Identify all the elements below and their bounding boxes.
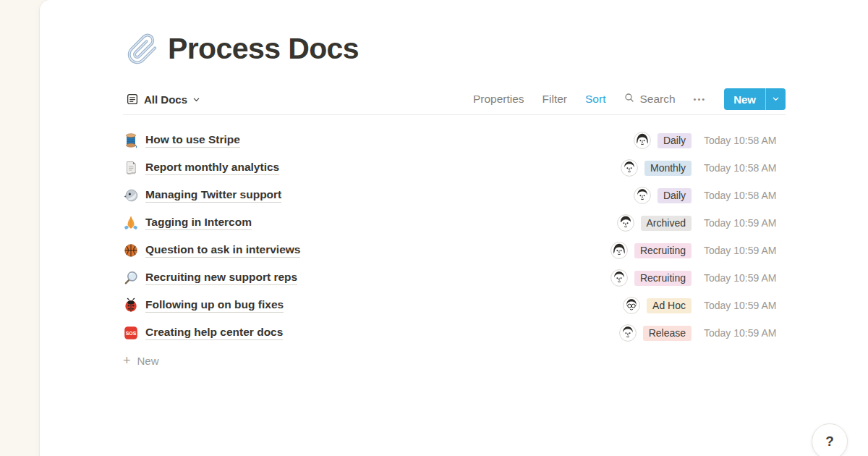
ladybug-icon <box>123 297 139 313</box>
status-tag: Recruiting <box>634 243 692 258</box>
table-row[interactable]: Creating help center docs Release Today … <box>123 319 786 347</box>
doc-title-link[interactable]: Following up on bug fixes <box>145 298 284 313</box>
chevron-down-icon <box>192 96 200 104</box>
status-tag: Daily <box>658 133 692 148</box>
list-view-icon <box>126 93 139 106</box>
doc-title-link[interactable]: Creating help center docs <box>145 326 283 340</box>
view-switcher-all-docs[interactable]: All Docs <box>123 90 203 109</box>
view-label: All Docs <box>144 93 187 106</box>
help-button[interactable]: ? <box>812 423 848 456</box>
last-edited-time: Today 10:59 AM <box>704 327 786 339</box>
doc-title-link[interactable]: Question to ask in interviews <box>145 243 300 258</box>
toolbar: All Docs Properties Filter Sort Search •… <box>123 87 786 111</box>
toolbar-actions: Properties Filter Sort Search ••• New <box>473 88 786 110</box>
last-edited-time: Today 10:59 AM <box>704 272 786 284</box>
magnifier-icon <box>123 270 139 286</box>
table-row[interactable]: Following up on bug fixes Ad Hoc Today 1… <box>123 292 786 319</box>
avatar-man <box>621 159 638 177</box>
last-edited-time: Today 10:58 AM <box>704 135 786 146</box>
doc-list: How to use Stripe Daily Today 10:58 AM R… <box>123 117 786 374</box>
filter-button[interactable]: Filter <box>542 91 567 107</box>
avatar-woman <box>610 242 628 259</box>
avatar-man <box>610 269 628 287</box>
doc-title-link[interactable]: Recruiting new support reps <box>145 271 297 285</box>
plus-icon: + <box>123 354 131 367</box>
avatar-man-glasses <box>623 297 640 314</box>
table-row[interactable]: Question to ask in interviews Recruiting… <box>123 237 786 264</box>
search-icon <box>624 92 635 106</box>
table-row[interactable]: Report monthly analytics Monthly Today 1… <box>123 154 786 182</box>
new-row-label: New <box>137 355 159 367</box>
new-button-group: New <box>724 88 786 110</box>
bird-icon <box>123 187 139 203</box>
doc-title-link[interactable]: How to use Stripe <box>145 133 240 148</box>
status-tag: Daily <box>658 188 692 203</box>
properties-button[interactable]: Properties <box>473 91 524 107</box>
chevron-down-icon <box>772 94 780 105</box>
folded-hands-icon <box>123 215 139 231</box>
doc-title-link[interactable]: Tagging in Intercom <box>145 216 252 230</box>
status-tag: Monthly <box>644 161 692 176</box>
status-tag: Archived <box>641 216 692 231</box>
paperclip-icon[interactable] <box>127 33 158 65</box>
main-card: Process Docs All Docs Properties Filter … <box>40 0 868 456</box>
avatar-man-curly <box>617 214 634 232</box>
status-tag: Recruiting <box>634 271 692 286</box>
table-row[interactable]: Recruiting new support reps Recruiting T… <box>123 264 786 292</box>
doc-title-link[interactable]: Report monthly analytics <box>145 161 279 175</box>
new-button[interactable]: New <box>724 88 765 110</box>
page-header: Process Docs <box>127 32 359 66</box>
new-dropdown-button[interactable] <box>765 88 786 110</box>
basketball-icon <box>123 242 139 258</box>
avatar-woman <box>634 132 651 149</box>
sort-button[interactable]: Sort <box>585 91 605 107</box>
status-tag: Release <box>643 326 692 341</box>
avatar-man <box>619 324 637 342</box>
table-row[interactable]: Managing Twitter support Daily Today 10:… <box>123 182 786 209</box>
table-row[interactable]: How to use Stripe Daily Today 10:58 AM <box>123 127 786 154</box>
avatar-man <box>634 187 651 204</box>
toolbar-divider <box>123 114 786 115</box>
status-tag: Ad Hoc <box>647 298 692 313</box>
last-edited-time: Today 10:59 AM <box>704 245 786 256</box>
search-label: Search <box>639 93 675 106</box>
sos-icon <box>123 325 139 341</box>
thread-icon <box>123 132 139 148</box>
more-options-button[interactable]: ••• <box>694 93 707 105</box>
last-edited-time: Today 10:59 AM <box>704 300 786 311</box>
last-edited-time: Today 10:59 AM <box>704 217 786 229</box>
search-button[interactable]: Search <box>624 90 675 108</box>
last-edited-time: Today 10:58 AM <box>704 190 786 201</box>
page-icon <box>123 160 139 176</box>
add-new-row-button[interactable]: +New <box>123 347 786 374</box>
table-row[interactable]: Tagging in Intercom Archived Today 10:59… <box>123 209 786 237</box>
last-edited-time: Today 10:58 AM <box>704 162 786 174</box>
page-title: Process Docs <box>168 32 359 66</box>
doc-title-link[interactable]: Managing Twitter support <box>145 188 281 203</box>
